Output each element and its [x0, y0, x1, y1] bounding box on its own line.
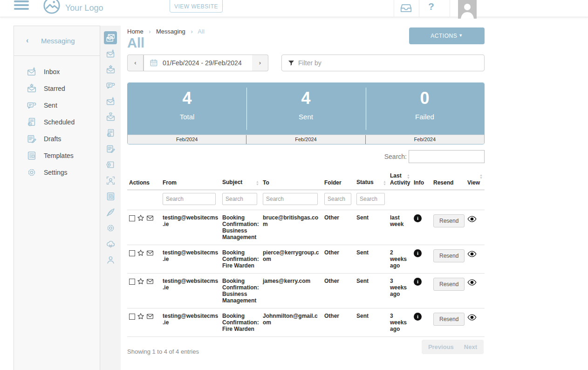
stat-total-label: Total [128, 113, 246, 121]
actions-dropdown-button[interactable]: ACTIONS▼ [409, 27, 485, 44]
table-row: testing@websitecms.ie Booking Confirmati… [127, 210, 485, 245]
star-icon[interactable] [137, 278, 144, 285]
search-from-input[interactable] [163, 193, 216, 205]
info-icon[interactable]: i [414, 313, 422, 321]
search-subject-input[interactable] [222, 193, 257, 205]
strip-drafts-icon[interactable] [104, 142, 117, 155]
strip-scheduled-icon[interactable] [104, 126, 117, 139]
sidebar-item-inbox[interactable]: Inbox [14, 63, 100, 80]
info-icon[interactable]: i [414, 278, 422, 286]
next-button[interactable]: Next [464, 343, 477, 350]
strip-starred-icon[interactable] [104, 63, 117, 76]
date-prev-button[interactable]: ‹ [127, 55, 144, 71]
envelope-icon[interactable] [146, 214, 154, 222]
sidebar-item-templates[interactable]: Templates [14, 147, 100, 164]
envelope-icon[interactable] [146, 278, 154, 285]
sort-icon: ▲▼ [256, 180, 259, 186]
scheduled-icon [27, 117, 37, 127]
breadcrumb-home[interactable]: Home [127, 28, 144, 35]
col-to[interactable]: To [261, 170, 322, 190]
info-icon[interactable]: i [414, 249, 422, 257]
strip-sent-icon[interactable] [104, 79, 117, 92]
cell-from: testing@websitecms.ie [161, 245, 220, 274]
table-search-label: Search: [384, 153, 407, 160]
col-last-activity[interactable]: ▲▼Last Activity [388, 170, 412, 190]
sidebar-title: Messaging [41, 37, 75, 45]
search-status-input[interactable] [356, 193, 385, 205]
sort-icon: ▲▼ [479, 174, 483, 179]
resend-button[interactable]: Resend [433, 278, 465, 291]
select-checkbox[interactable] [129, 215, 135, 221]
sidebar-item-settings[interactable]: Settings [14, 164, 100, 181]
previous-button[interactable]: Previous [428, 343, 454, 350]
search-folder-input[interactable] [324, 193, 351, 205]
strip-profile-icon[interactable] [104, 253, 117, 266]
col-actions: Actions [127, 170, 161, 190]
table-search-input[interactable] [409, 150, 485, 163]
cell-status: Sent [355, 210, 388, 245]
date-range-picker[interactable]: 01/Feb/2024 - 29/Feb/2024 [144, 55, 252, 71]
view-eye-icon[interactable] [467, 249, 477, 259]
star-icon[interactable] [137, 249, 144, 257]
star-icon[interactable] [137, 214, 144, 222]
col-subject[interactable]: ▲▼Subject [220, 170, 261, 190]
select-checkbox[interactable] [129, 279, 135, 285]
help-icon[interactable]: ? [428, 1, 434, 12]
logo-text: Your Logo [65, 3, 103, 13]
star-icon[interactable] [137, 313, 144, 320]
col-status[interactable]: ▲▼Status [355, 170, 388, 190]
sidebar-item-drafts[interactable]: Drafts [14, 130, 100, 147]
chevron-left-icon: ‹ [26, 36, 28, 45]
avatar[interactable] [458, 0, 477, 19]
date-next-button[interactable]: › [252, 55, 268, 71]
view-website-button[interactable]: VIEW WEBSITE [170, 0, 223, 13]
view-eye-icon[interactable] [467, 278, 477, 287]
module-icon-strip [100, 26, 121, 370]
strip-contacts-icon[interactable] [104, 174, 117, 187]
divider [419, 0, 419, 17]
search-to-input[interactable] [263, 193, 318, 205]
col-folder[interactable]: Folder [322, 170, 355, 190]
filter-icon [287, 59, 295, 67]
strip-signature-icon[interactable] [104, 206, 117, 219]
filter-input[interactable] [298, 59, 475, 67]
strip-outbox-icon[interactable] [104, 95, 117, 108]
strip-cloud-icon[interactable] [104, 237, 117, 250]
col-from[interactable]: From [161, 170, 220, 190]
cell-last-activity: 2 weeks ago [388, 245, 412, 274]
resend-button[interactable]: Resend [433, 249, 465, 262]
caret-down-icon: ▼ [458, 33, 463, 38]
sidebar-item-starred[interactable]: Starred [14, 80, 100, 97]
envelope-icon[interactable] [146, 313, 154, 320]
breadcrumb-messaging[interactable]: Messaging [156, 28, 185, 35]
stat-failed-period: Feb/2024 [365, 135, 484, 144]
stat-total-value: 4 [128, 89, 246, 108]
select-checkbox[interactable] [129, 250, 135, 256]
table-footer: Showing 1 to 4 of 4 entries Previous Nex… [127, 340, 485, 358]
divider [394, 0, 394, 17]
select-checkbox[interactable] [129, 314, 135, 320]
strip-settings-icon[interactable] [104, 221, 117, 234]
strip-templates-icon[interactable] [104, 190, 117, 203]
strip-favourites-icon[interactable] [104, 110, 117, 123]
sidebar-back[interactable]: ‹ Messaging [14, 26, 100, 56]
info-icon[interactable]: i [414, 214, 422, 222]
sidebar-item-scheduled[interactable]: Scheduled [14, 114, 100, 130]
view-eye-icon[interactable] [467, 214, 477, 224]
logo[interactable]: Your Logo [43, 0, 103, 14]
messages-table-card: Search: Actions From ▲▼Subject To Folder… [127, 150, 485, 358]
templates-icon [27, 151, 37, 161]
view-eye-icon[interactable] [467, 313, 477, 322]
strip-inbox-icon[interactable] [104, 47, 117, 60]
sidebar-menu: Inbox Starred Sent Scheduled Drafts Temp… [14, 56, 100, 181]
sidebar-item-label: Sent [44, 102, 57, 109]
resend-button[interactable]: Resend [433, 214, 465, 227]
messages-tray-icon[interactable] [400, 2, 412, 14]
menu-icon[interactable] [14, 0, 29, 13]
envelope-icon[interactable] [146, 249, 154, 257]
sidebar-item-sent[interactable]: Sent [14, 97, 100, 114]
col-view[interactable]: ▲▼View [465, 170, 485, 190]
strip-automation-icon[interactable] [104, 158, 117, 171]
strip-messaging-icon[interactable] [104, 31, 117, 44]
resend-button[interactable]: Resend [433, 313, 465, 326]
